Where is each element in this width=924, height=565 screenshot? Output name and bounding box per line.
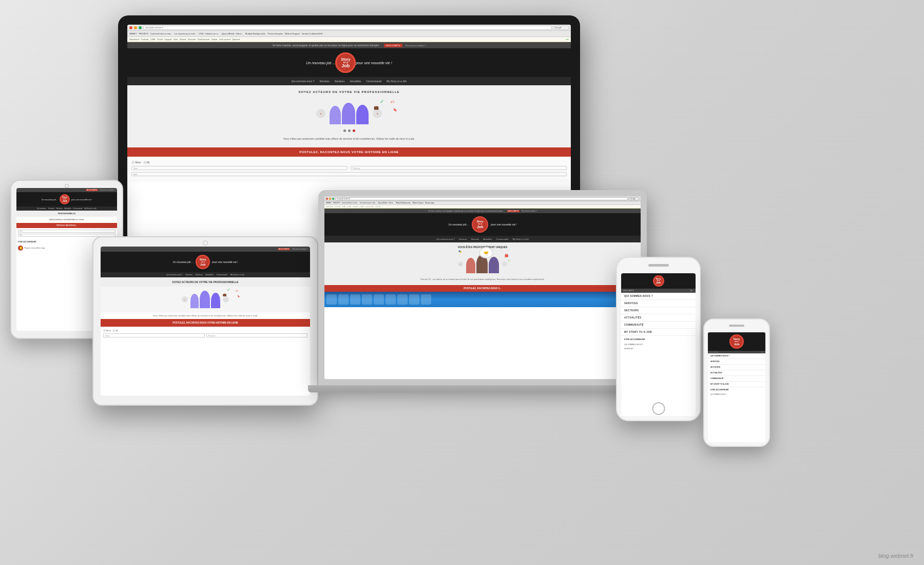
search-bar[interactable]: Google	[553, 26, 569, 30]
prev-arrow[interactable]: ‹	[316, 109, 325, 118]
prenom-input[interactable]: Prénom	[351, 166, 567, 170]
ipad-center-body: MON COMPTE Pas encore membre ? Un nouvea…	[92, 236, 318, 406]
ipad-left-camera	[65, 184, 69, 188]
iphone-accompagne-title: ETRE ACCOMPAGNÉ	[621, 336, 696, 343]
silhouette-3	[356, 105, 369, 124]
site-top-bar: Se faire coacher, accompagner et guider …	[127, 42, 571, 48]
mail-input[interactable]: Mail	[131, 172, 567, 176]
ipad-center-nom[interactable]: Nom	[103, 333, 205, 337]
nav-secteurs[interactable]: Secteurs	[335, 80, 345, 83]
iphone-nav-secteurs[interactable]: SECTEURS	[621, 307, 696, 314]
taskbar-icon-1	[326, 294, 337, 305]
ipad-center-pas-membre: Pas encore membre ?	[292, 248, 307, 250]
bookmark-7: Webnet Support	[285, 32, 300, 35]
laptop-small-carousel: ‹ 🤝 🎒 🏷 🎭	[328, 252, 638, 276]
iphone-small-accompagne: ETRE ACCOMPAGNÉ	[708, 387, 765, 392]
ipad-center-brief: 💼	[223, 293, 226, 296]
iphone-small-nav-services[interactable]: SERVICES	[708, 359, 765, 365]
nav-actualites[interactable]: Actualités	[350, 80, 361, 83]
taskbar-icon-6	[386, 294, 396, 305]
cta-banner[interactable]: POSTULEZ, RACONTEZ-NOUS VOTRE HISTOIRE E…	[127, 147, 571, 157]
laptop-small-cta[interactable]: POSTULEZ, RACONTEZ-NOUS V...	[324, 285, 641, 292]
laptop-small-header: Un nouveau job ... Story to a Job pour u…	[324, 213, 641, 236]
laptop-small-search[interactable]: Google	[629, 197, 639, 200]
nav-communaute[interactable]: Communauté	[366, 80, 381, 83]
ipad-center-camera	[203, 240, 208, 246]
iphone-small-speaker	[729, 325, 744, 327]
laptop-small-next[interactable]	[502, 261, 507, 267]
iphone-nav-mystory[interactable]: MY STORY TO A-JOB	[621, 329, 696, 336]
checkmark-icon: ✓	[380, 99, 384, 104]
nav-qui[interactable]: Qui sommes-nous ?	[292, 80, 315, 83]
ipad-center-device: MON COMPTE Pas encore membre ? Un nouvea…	[92, 236, 318, 406]
iphone-small-device: Story to a Job MON COMPTE Pa... QUI SOMM…	[703, 318, 770, 447]
iphone-small-nav-communaute[interactable]: COMMUNAUTÉ	[708, 376, 765, 382]
nom-input[interactable]: Nom	[131, 166, 348, 170]
bookmark-1: Comment faire un mai...	[150, 32, 172, 35]
taskbar-icon-5	[374, 294, 384, 305]
logo-line3: Job	[341, 64, 350, 68]
ipad-center-next[interactable]	[223, 296, 229, 303]
site-logo[interactable]: Story to a Job	[335, 52, 356, 73]
iphone-small-nav-actualites[interactable]: ACTUALITÉS	[708, 370, 765, 376]
hero-subtitle: Vous n'êtes pas seulement candidat mais …	[132, 135, 566, 142]
iphone-nav-actualites[interactable]: ACTUALITÉS	[621, 314, 696, 322]
ipad-center-prenom[interactable]: Prénom	[206, 333, 308, 337]
laptop-small-prev[interactable]: ‹	[458, 261, 463, 267]
ipad-left-nom[interactable]: Nom	[18, 230, 116, 233]
ipad-left-logo-left: Un nouveau job ...	[42, 198, 58, 201]
taskbar-icon-3	[350, 294, 360, 305]
main-nav: Qui sommes-nous ? Services Secteurs Actu…	[127, 77, 571, 85]
ipad-left-mon-compte: MON COMPTE	[86, 189, 99, 191]
iphone-header: Story to a Job	[621, 273, 696, 289]
ipad-center-nav: Qui sommes-nous ? Services Secteurs Actu…	[101, 272, 310, 277]
ipad-center-cta[interactable]: POSTULEZ, RACONTEZ-NOUS VOTRE HISTOIRE E…	[101, 319, 310, 327]
pas-membre-link[interactable]: Pas encore membre ?	[406, 44, 426, 47]
iphone-home-button[interactable]	[652, 402, 665, 415]
nav-mystory[interactable]: My Story to a Job	[387, 80, 407, 83]
nav-services[interactable]: Services	[320, 80, 330, 83]
tag-icon: 🏷	[391, 100, 394, 104]
iphone-device: Story to a Job MON COMPTE Pa... QUI SOMM…	[616, 257, 701, 421]
laptop-small-pas-membre: Pas encore membre ?	[522, 210, 537, 212]
bookmark-8: Intranet Collaboratif W...	[302, 32, 324, 35]
carousel: ‹ ✓ 💼 🏷 🔖 ›	[132, 98, 566, 129]
iphone-speaker	[648, 264, 669, 267]
laptop-small-site-topbar: Se faire coacher, accompagner et guider …	[324, 209, 641, 213]
carousel-dots	[132, 129, 566, 132]
iphone-nav-qui[interactable]: QUI SOMMES-NOUS ?	[621, 293, 696, 300]
url-bar[interactable]: storytojob.webnet.fr	[143, 26, 552, 30]
bulb-icon: 💡	[18, 246, 23, 251]
ipad-center-form: ⚪ Mme ⚪ Mr Nom Prénom	[101, 327, 310, 342]
dot-1	[343, 129, 346, 132]
silhouette-2	[342, 103, 355, 124]
iphone-small-nav-qui[interactable]: QUI SOMMES-NOUS ?	[708, 353, 765, 359]
laptop-small-bookmarks: WBNET PROJETS Comment faire un mai... Le…	[324, 201, 641, 205]
next-arrow[interactable]: ›	[373, 109, 382, 118]
iphone-small-nav-mystory[interactable]: MY STORY TO A-JOB	[708, 382, 765, 387]
taskbar-icon-2	[338, 294, 349, 305]
briefcase-icon: 💼	[374, 105, 379, 110]
iphone-body: Story to a Job MON COMPTE Pa... QUI SOMM…	[616, 257, 701, 421]
taskbar-icon-9	[421, 294, 431, 305]
bookmark-projets: PROJETS	[139, 32, 148, 35]
iphone-top-bar: MON COMPTE Pa...	[621, 289, 696, 293]
iphone-small-header: Story to a Job	[708, 332, 765, 351]
watermark: blog.webnet.fr	[878, 553, 914, 559]
laptop-small-base	[308, 385, 657, 392]
mon-compte-btn[interactable]: MON COMPTE	[384, 44, 402, 47]
iphone-nav-services[interactable]: SERVICES	[621, 300, 696, 307]
form-row-1: Nom Prénom	[131, 166, 567, 170]
laptop-small-subtitle: Plus de CV : vos talents ne se limitent …	[328, 276, 638, 282]
ipad-left-hero-title: PROFESSIONNELLE	[16, 211, 117, 217]
laptop-small-hero: VOUS ÊTES PROFONDÉMENT UNIQUES ‹ 🤝 🎒 🏷 🎭	[324, 242, 641, 285]
iphone-small-nav-secteurs[interactable]: SECTEURS	[708, 365, 765, 370]
ipad-center-bookmark: 🔖	[237, 295, 240, 297]
bookmarks-bar: WBNET PROJETS Comment faire un mai... Le…	[127, 31, 571, 37]
ipad-center-prev[interactable]: ‹	[182, 296, 188, 303]
iphone-small-body: Story to a Job MON COMPTE Pa... QUI SOMM…	[703, 318, 770, 447]
laptop-small-url[interactable]: storytojob.webnet.fr	[335, 197, 628, 200]
iphone-nav-communaute[interactable]: COMMUNAUTÉ	[621, 322, 696, 329]
bookmark-3: CSSI : Initiation au m...	[199, 32, 220, 35]
browser-max	[139, 26, 142, 29]
